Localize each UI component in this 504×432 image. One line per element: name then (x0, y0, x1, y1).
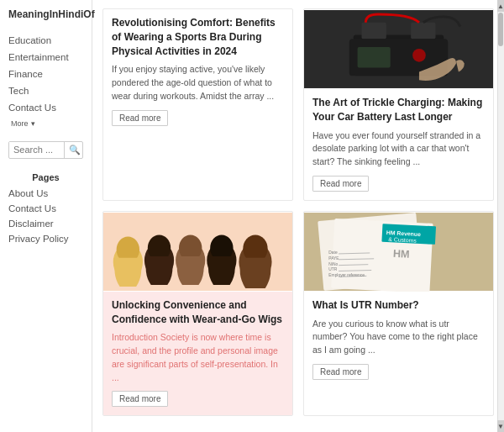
scrollbar-track: ▲ ▼ (497, 0, 504, 432)
article-title: Unlocking Convenience and Confidence wit… (112, 298, 284, 327)
article-excerpt: Have you ever found yourself stranded in… (312, 129, 485, 169)
svg-rect-2 (361, 23, 386, 40)
read-more-button[interactable]: Read more (112, 110, 168, 126)
svg-text:HM: HM (393, 247, 411, 261)
svg-rect-5 (358, 47, 391, 67)
sidebar: MeaningInHindiOf Education Entertainment… (0, 0, 92, 432)
page-contact-us[interactable]: Contact Us (0, 201, 92, 216)
nav-tech[interactable]: Tech (0, 82, 92, 99)
svg-text:UTR: UTR (328, 267, 337, 271)
article-image (304, 9, 493, 89)
chevron-down-icon: ▾ (31, 119, 35, 128)
article-card: Unlocking Convenience and Confidence wit… (102, 211, 293, 417)
page-privacy-policy[interactable]: Privacy Policy (0, 231, 92, 246)
scrollbar-thumb[interactable] (498, 13, 503, 46)
article-excerpt: If you enjoy staying active, you've like… (112, 63, 284, 103)
scroll-down-arrow[interactable]: ▼ (497, 420, 504, 432)
article-excerpt: Introduction Society is now where time i… (112, 331, 284, 384)
page-disclaimer[interactable]: Disclaimer (0, 216, 92, 231)
pages-section-title: Pages (0, 167, 92, 186)
svg-text:Date: Date (328, 250, 338, 255)
search-button[interactable]: 🔍 (64, 142, 85, 158)
nav-finance[interactable]: Finance (0, 66, 92, 82)
search-box: 🔍 (8, 141, 83, 159)
card-body: Unlocking Convenience and Confidence wit… (103, 292, 292, 416)
read-more-button[interactable]: Read more (312, 364, 369, 380)
card-body: Revolutionising Comfort: Benefits of Wea… (103, 9, 292, 134)
card-body: What Is UTR Number? Are you curious to k… (304, 292, 493, 388)
main-content: Revolutionising Comfort: Benefits of Wea… (92, 0, 504, 432)
nav-more[interactable]: More ▾ (0, 116, 92, 131)
article-card: Revolutionising Comfort: Benefits of Wea… (102, 8, 293, 201)
svg-text:PAYE: PAYE (328, 256, 339, 261)
articles-grid: Revolutionising Comfort: Benefits of Wea… (102, 8, 494, 416)
search-icon: 🔍 (69, 145, 81, 155)
article-title: What Is UTR Number? (312, 298, 485, 313)
read-more-button[interactable]: Read more (312, 176, 369, 192)
nav-education[interactable]: Education (0, 32, 92, 49)
svg-text:Employer reference: Employer reference (328, 273, 365, 277)
article-image: HM Revenue & Customs Date PAYE NiNo UTR … (304, 212, 493, 292)
nav-entertainment[interactable]: Entertainment (0, 49, 92, 66)
svg-point-6 (412, 49, 426, 62)
svg-text:NiNo: NiNo (328, 261, 338, 266)
page-about-us[interactable]: About Us (0, 186, 92, 201)
article-excerpt: Are you curious to know what is utr numb… (312, 318, 485, 357)
read-more-button[interactable]: Read more (112, 391, 168, 407)
main-nav: Education Entertainment Finance Tech Con… (0, 32, 92, 131)
card-body: The Art of Trickle Charging: Making Your… (304, 89, 493, 200)
pages-nav: About Us Contact Us Disclaimer Privacy P… (0, 186, 92, 246)
article-image (103, 212, 292, 292)
article-title: Revolutionising Comfort: Benefits of Wea… (112, 16, 284, 58)
article-card: The Art of Trickle Charging: Making Your… (303, 8, 494, 201)
search-input[interactable] (9, 142, 64, 157)
site-logo: MeaningInHindiOf (0, 8, 92, 32)
scroll-up-arrow[interactable]: ▲ (497, 0, 504, 12)
article-card: HM Revenue & Customs Date PAYE NiNo UTR … (303, 211, 494, 417)
article-title: The Art of Trickle Charging: Making Your… (312, 96, 485, 124)
svg-rect-3 (411, 23, 435, 40)
nav-contact-us[interactable]: Contact Us (0, 99, 92, 116)
